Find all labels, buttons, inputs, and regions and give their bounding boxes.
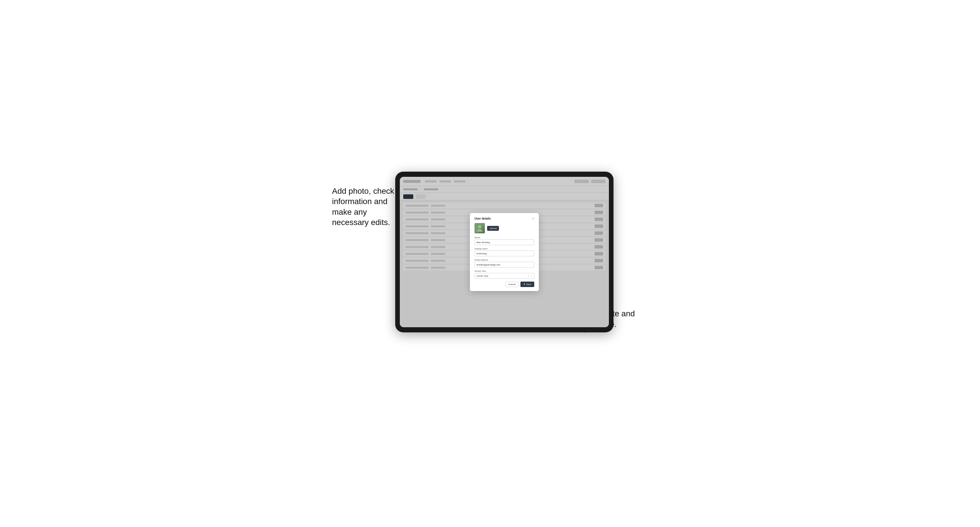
clear-school-year-icon[interactable]: × (528, 275, 529, 277)
save-button[interactable]: ⬆ Save (520, 282, 534, 287)
chevron-down-icon[interactable]: ⌄ (530, 275, 532, 277)
display-name-field-group: Display name B.McHarg (474, 248, 534, 256)
modal-title: User details (474, 217, 491, 220)
person-silhouette-icon (476, 224, 483, 232)
school-year-select[interactable]: Fourth Year × ⌄ (474, 273, 534, 279)
tablet-screen: › (400, 177, 609, 327)
upload-button[interactable]: Upload (487, 226, 499, 231)
school-year-field-group: School Year Fourth Year × ⌄ (474, 270, 534, 279)
school-year-label: School Year (474, 270, 534, 272)
display-name-label: Display name (474, 248, 534, 250)
cancel-button[interactable]: Cancel (505, 282, 519, 287)
tablet-device: › (395, 171, 614, 332)
user-photo-thumbnail (474, 223, 485, 233)
save-icon: ⬆ (523, 283, 525, 286)
annotation-left: Add photo, check information and make an… (332, 186, 398, 228)
svg-point-2 (478, 225, 481, 229)
school-year-controls: × ⌄ (528, 275, 532, 277)
display-name-input[interactable]: B.McHarg (474, 251, 534, 256)
modal-photo-row: Upload (474, 223, 534, 233)
email-label: Email address (474, 259, 534, 261)
scene: Add photo, check information and make an… (332, 163, 648, 364)
modal-footer: Cancel ⬆ Save (474, 282, 534, 287)
email-field-group: Email address test@clippdcollege.edu (474, 259, 534, 268)
name-label: Name (474, 236, 534, 239)
close-icon[interactable]: × (533, 217, 534, 220)
user-details-modal: User details × (470, 213, 539, 291)
modal-title-bar: User details × (474, 217, 534, 220)
school-year-value: Fourth Year (477, 275, 528, 277)
modal-overlay: User details × (400, 177, 609, 327)
name-field-group: Name Blair McHarg (474, 236, 534, 245)
name-input[interactable]: Blair McHarg (474, 240, 534, 245)
photo-inner (474, 223, 485, 233)
email-input[interactable]: test@clippdcollege.edu (474, 262, 534, 268)
